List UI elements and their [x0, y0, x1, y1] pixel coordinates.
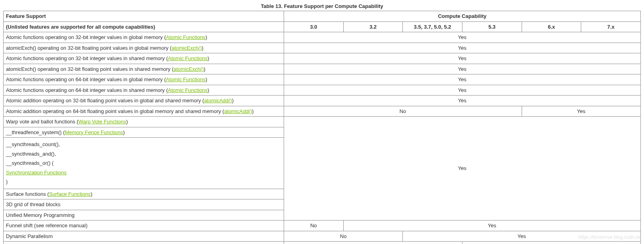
text: ) [123, 129, 125, 135]
feature-cell: Funnel shift (see reference manual) [4, 221, 284, 231]
text: Atomic functions operating on 32-bit int… [6, 34, 166, 40]
text: __syncthreads_count(), [6, 141, 281, 148]
feature-cell: Atomic functions operating on 32-bit int… [4, 53, 284, 64]
value-cell: No [284, 242, 462, 244]
feature-cell: Surface functions (Surface Functions) [4, 189, 284, 199]
feature-cell: __threadfence_system() (Memory Fence Fun… [4, 127, 284, 138]
value-cell: Yes [403, 231, 641, 242]
table-row: Atomic addition operating on 32-bit floa… [4, 96, 641, 106]
link-atomic-exch[interactable]: atomicExch() [174, 66, 204, 72]
text: Atomic addition operating on 32-bit floa… [6, 98, 204, 103]
value-cell: Yes [284, 64, 640, 74]
feature-cell: atomicExch() operating on 32-bit floatin… [4, 64, 284, 74]
header-cc-3: 5.3 [462, 21, 522, 32]
feature-cell: Dynamic Parallelism [4, 231, 284, 242]
text: ) [207, 87, 209, 93]
header-cc-5: 7.x [581, 21, 641, 32]
header-cc-group: Compute Capability [284, 11, 640, 22]
table-row: Funnel shift (see reference manual) No Y… [4, 221, 641, 231]
link-atomic-add[interactable]: atomicAdd() [224, 108, 252, 114]
table-row: Atomic functions operating on 32-bit int… [4, 32, 641, 43]
table-row: Half-precision floating-point operations… [4, 242, 641, 244]
feature-cell: Atomic addition operating on 64-bit floa… [4, 106, 284, 117]
text: Surface functions ( [6, 191, 49, 197]
feature-cell: Unified Memory Programming [4, 210, 284, 221]
text: ) [91, 191, 92, 197]
header-feature-sub: (Unlisted features are supported for all… [4, 21, 284, 32]
text: __syncthreads_or() (Synchronization Func… [6, 159, 281, 186]
text: atomicExch() operating on 32-bit floatin… [6, 66, 174, 72]
text: ) [205, 34, 207, 40]
text: ) [252, 108, 253, 114]
text: ) [126, 119, 128, 125]
value-cell: Yes [284, 53, 640, 64]
text: Atomic functions operating on 32-bit int… [6, 55, 168, 61]
feature-cell: 3D grid of thread blocks [4, 199, 284, 210]
link-atomic-add[interactable]: atomicAdd() [204, 98, 232, 103]
link-surface-funcs[interactable]: Surface Functions [49, 191, 91, 197]
feature-cell: Atomic functions operating on 64-bit int… [4, 85, 284, 96]
link-warp-vote[interactable]: Warp Vote Functions [78, 119, 126, 125]
header-cc-2: 3.5, 3.7, 5.0, 5.2 [403, 21, 462, 32]
text: ) [202, 45, 203, 51]
link-atomic-functions[interactable]: Atomic Functions [168, 87, 208, 93]
link-sync-funcs[interactable]: Synchronization Functions [6, 170, 66, 176]
feature-cell: Atomic functions operating on 64-bit int… [4, 74, 284, 85]
link-mem-fence[interactable]: Memory Fence Functions [65, 129, 123, 135]
value-cell: No [284, 221, 343, 231]
text: ) [204, 66, 205, 72]
text: __syncthreads_and(), [6, 150, 281, 158]
link-atomic-functions[interactable]: Atomic Functions [168, 55, 208, 61]
text: Warp vote and ballot functions ( [6, 119, 78, 125]
text: ) [207, 55, 209, 61]
feature-cell: Warp vote and ballot functions (Warp Vot… [4, 117, 284, 127]
header-cc-4: 6.x [522, 21, 581, 32]
table-row: Warp vote and ballot functions (Warp Vot… [4, 117, 641, 127]
value-cell: Yes [284, 85, 640, 96]
table-header-row-1: Feature Support Compute Capability [4, 11, 641, 22]
table-row: Atomic functions operating on 64-bit int… [4, 74, 641, 85]
table-row: Atomic functions operating on 64-bit int… [4, 85, 641, 96]
table-row: Atomic functions operating on 32-bit int… [4, 53, 641, 64]
table-caption: Table 13. Feature Support per Compute Ca… [3, 3, 641, 9]
text: __threadfence_system() ( [6, 129, 65, 135]
text: ) [205, 76, 207, 82]
table-row: atomicExch() operating on 32-bit floatin… [4, 43, 641, 53]
feature-cell: atomicExch() operating on 32-bit floatin… [4, 43, 284, 53]
text: atomicExch() operating on 32-bit floatin… [6, 45, 172, 51]
value-cell: Yes [343, 221, 640, 231]
text: Atomic addition operating on 64-bit floa… [6, 108, 224, 114]
table-row: atomicExch() operating on 32-bit floatin… [4, 64, 641, 74]
header-cc-0: 3.0 [284, 21, 343, 32]
value-cell: Yes [284, 117, 640, 221]
value-cell: Yes [284, 32, 640, 43]
table-row: Atomic addition operating on 64-bit floa… [4, 106, 641, 117]
link-atomic-functions[interactable]: Atomic Functions [166, 76, 206, 82]
feature-cell: __syncthreads_count(), __syncthreads_and… [4, 138, 284, 189]
value-cell: Yes [284, 74, 640, 85]
link-atomic-exch[interactable]: atomicExch() [172, 45, 202, 51]
feature-cell: Atomic addition operating on 32-bit floa… [4, 96, 284, 106]
feature-support-table: Feature Support Compute Capability (Unli… [3, 11, 641, 244]
link-atomic-functions[interactable]: Atomic Functions [166, 34, 206, 40]
feature-cell: Atomic functions operating on 32-bit int… [4, 32, 284, 43]
value-cell: Yes [462, 242, 640, 244]
header-cc-1: 3.2 [343, 21, 403, 32]
text: ) [232, 98, 234, 103]
text: Atomic functions operating on 64-bit int… [6, 87, 168, 93]
header-feature: Feature Support [4, 11, 284, 22]
text: Atomic functions operating on 64-bit int… [6, 76, 166, 82]
value-cell: No [284, 231, 402, 242]
value-cell: Yes [284, 96, 640, 106]
value-cell: No [284, 106, 522, 117]
value-cell: Yes [284, 43, 640, 53]
value-cell: Yes [522, 106, 640, 117]
feature-cell: Half-precision floating-point operations… [4, 242, 284, 244]
table-row: Dynamic Parallelism No Yes [4, 231, 641, 242]
table-header-row-2: (Unlisted features are supported for all… [4, 21, 641, 32]
